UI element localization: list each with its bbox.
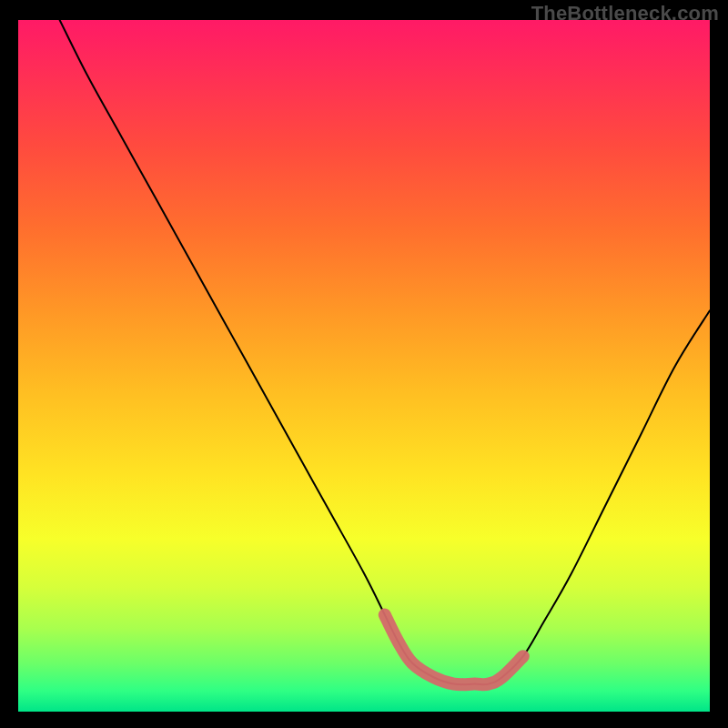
watermark-text: TheBottleneck.com (531, 2, 719, 25)
curves-layer (18, 20, 710, 712)
highlight-segment (385, 615, 523, 685)
plot-area (18, 20, 710, 712)
bottleneck-curve (60, 20, 710, 684)
chart-stage: TheBottleneck.com (0, 0, 728, 728)
